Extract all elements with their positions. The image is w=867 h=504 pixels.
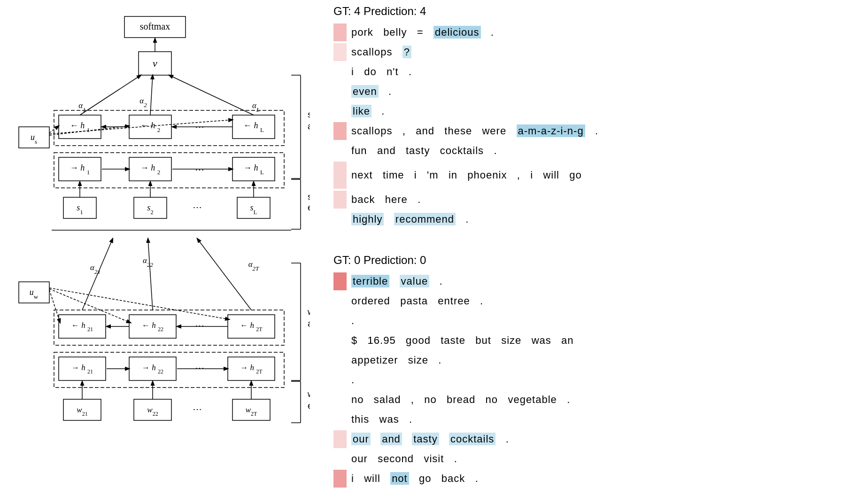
sentence-text: $ 16.95 good taste but size was an (351, 332, 853, 349)
sentence-row: scallops ? (333, 43, 853, 61)
sentence-row: back here . (333, 191, 853, 209)
heat-bar (333, 292, 347, 310)
sentence-text: next time i 'm in phoenix , i will go (351, 167, 853, 183)
svg-text:⋯: ⋯ (195, 363, 204, 373)
sentence-text: no salad , no bread no vegetable . (351, 391, 853, 408)
sentence-row: . (333, 312, 853, 330)
svg-text:encoder: encoder (308, 203, 310, 212)
heat-bar (333, 43, 347, 61)
sentence-text: ordered pasta entree . (351, 293, 853, 309)
svg-line-30 (80, 75, 141, 115)
svg-text:⋯: ⋯ (193, 202, 202, 212)
highlight-word: even (351, 85, 379, 98)
svg-text:word: word (307, 307, 310, 317)
sentence-row: fun and tasty cocktails . (333, 142, 853, 160)
sentence-row: no salad , no bread no vegetable . (333, 391, 853, 409)
svg-text:sentence: sentence (308, 110, 310, 119)
sentence-row: like . (333, 102, 853, 120)
highlight-word: not (390, 472, 409, 485)
highlight-word: like (351, 105, 372, 117)
svg-text:⋯: ⋯ (193, 404, 202, 414)
section-divider (333, 237, 853, 245)
svg-text:v: v (153, 57, 157, 69)
sentence-row: even . (333, 83, 853, 101)
svg-text:encoder: encoder (308, 401, 310, 411)
heat-bar (333, 332, 347, 349)
nn-diagram: softmax v ← h 1 ← h 2 ← h L (9, 9, 310, 498)
heat-bar (333, 312, 347, 329)
sentence-row: this was . (333, 411, 853, 428)
sentence-row: pork belly = delicious . (333, 23, 853, 41)
sentence-row: ordered pasta entree . (333, 292, 853, 310)
sentence-row: our second visit . (333, 450, 853, 468)
heat-bar (333, 351, 347, 369)
sentence-row: i will not go back . (333, 470, 853, 488)
heat-bar (333, 210, 347, 228)
sentence-row: terrible value . (333, 272, 853, 290)
sentence-text: like . (351, 103, 853, 119)
svg-text:⋯: ⋯ (195, 122, 204, 132)
sentence-row: highly recommend . (333, 210, 853, 228)
sentence-row: scallops , and these were a-m-a-z-i-n-g … (333, 122, 853, 140)
sentence-row: i do n't . (333, 63, 853, 81)
highlight-word: highly (351, 213, 384, 225)
sentence-text: i will not go back . (351, 470, 853, 487)
heat-bar (333, 83, 347, 101)
svg-text:attention: attention (308, 122, 310, 131)
highlight-word: tasty (412, 433, 439, 445)
heat-bar (333, 450, 347, 468)
highlight-word: recommend (394, 213, 456, 225)
heat-bar (333, 272, 347, 290)
highlight-word: our (351, 433, 371, 445)
sentence-text: back here . (351, 191, 853, 208)
svg-text:α21: α21 (90, 263, 101, 275)
svg-text:α2: α2 (139, 96, 147, 109)
sentence-row: next time i 'm in phoenix , i will go (333, 162, 853, 189)
highlight-word: delicious (434, 26, 481, 39)
sentence-text: terrible value . (351, 273, 853, 289)
heat-bar (333, 372, 347, 388)
svg-line-83 (148, 239, 153, 310)
svg-rect-66 (63, 399, 101, 420)
sentence-text: appetizer size . (351, 352, 853, 368)
svg-line-82 (82, 239, 113, 310)
sentence-text: . (351, 372, 853, 388)
sentence-row: our and tasty cocktails . (333, 430, 853, 448)
heat-bar (333, 63, 347, 81)
heat-bar (333, 411, 347, 428)
svg-line-31 (150, 75, 153, 115)
svg-text:α2T: α2T (248, 260, 259, 272)
sentence-text: scallops ? (351, 44, 853, 60)
sentence-text: fun and tasty cocktails . (351, 142, 853, 159)
heat-bar (333, 142, 347, 160)
sentence-row: appetizer size . (333, 351, 853, 369)
gt-header-1: GT: 4 Prediction: 4 (333, 5, 853, 18)
svg-line-32 (169, 75, 254, 115)
svg-text:⋯: ⋯ (195, 320, 204, 331)
svg-text:α1: α1 (78, 101, 85, 113)
svg-text:word: word (307, 389, 310, 399)
diagram-panel: softmax v ← h 1 ← h 2 ← h L (0, 0, 319, 504)
svg-text:αL: αL (252, 101, 260, 113)
highlight-word: terrible (351, 275, 389, 287)
svg-text:⋯: ⋯ (195, 164, 204, 175)
sentence-row: . (333, 371, 853, 389)
svg-line-84 (197, 239, 251, 310)
svg-text:sentence: sentence (308, 192, 310, 202)
sentence-text: pork belly = delicious . (351, 24, 853, 40)
heat-bar (333, 162, 347, 189)
highlight-word: ? (403, 46, 411, 58)
sentence-text: our second visit . (351, 450, 853, 467)
heat-bar (333, 23, 347, 41)
highlight-word: value (400, 275, 430, 287)
heat-bar (333, 430, 347, 448)
sentence-text: i do n't . (351, 63, 853, 80)
heat-bar (333, 470, 347, 488)
svg-text:α22: α22 (143, 256, 153, 268)
highlight-word: and (380, 433, 402, 445)
gt-header-2: GT: 0 Prediction: 0 (333, 254, 853, 267)
predictions-panel: GT: 4 Prediction: 4 pork belly = delicio… (319, 0, 867, 504)
highlight-word: a-m-a-z-i-n-g (517, 124, 585, 137)
sentence-text: our and tasty cocktails . (351, 431, 853, 447)
sentence-text: . (351, 312, 853, 329)
